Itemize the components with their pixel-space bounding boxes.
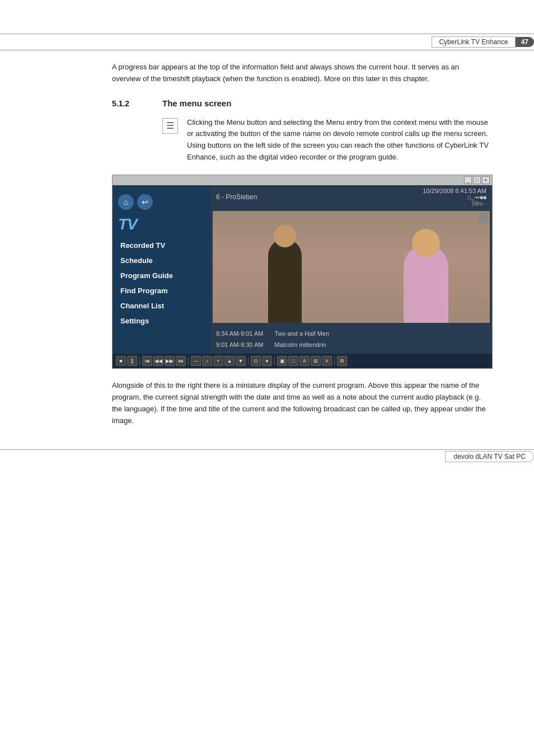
section-number: 5.1.2: [112, 99, 146, 108]
tv-top-info: 6 - ProSieben 10/29/2008 8:41:53 AM □_-▪…: [210, 185, 492, 209]
ctrl-settings[interactable]: ⚙: [337, 356, 347, 366]
menu-item-schedule[interactable]: Schedule: [113, 253, 210, 268]
program-name-2: Malcolm mittendrin: [274, 340, 329, 351]
tv-times: 8:34 AM-9:01 AM 9:01 AM-9:30 AM: [216, 328, 263, 351]
ctrl-square[interactable]: □: [288, 356, 298, 366]
tv-sidebar: ⌂ ↩ TV Recorded TV Schedule Program Guid…: [113, 185, 210, 354]
tv-lang: (deu -: [423, 200, 486, 206]
bottom-text: Alongside of this to the right there is …: [112, 380, 489, 426]
section-heading: 5.1.2 The menu screen: [112, 98, 489, 108]
person2-head: [412, 229, 440, 257]
menu-item-find-program[interactable]: Find Program: [113, 283, 210, 298]
ctrl-separator-2: [188, 357, 189, 365]
menu-item-channel-list[interactable]: Channel List: [113, 298, 210, 313]
ctrl-record[interactable]: ●: [262, 356, 272, 366]
tv-logo: TV: [118, 215, 205, 233]
person1-head: [274, 225, 296, 247]
tv-menu-items: Recorded TV Schedule Program Guide Find …: [113, 238, 210, 328]
page-info: CyberLink TV Enhance 47: [432, 36, 534, 48]
tv-sidebar-header: ⌂ ↩: [113, 191, 210, 213]
menu-item-settings[interactable]: Settings: [113, 313, 210, 328]
ctrl-separator-1: [139, 357, 140, 365]
tv-content: 6 - ProSieben 10/29/2008 8:41:53 AM □_-▪…: [210, 185, 492, 354]
tv-titlebar: _ □ ×: [113, 175, 492, 185]
ctrl-separator-5: [334, 357, 335, 365]
tv-screenshot: _ □ × ⌂ ↩ TV Recorded TV: [112, 175, 489, 369]
section-description: Clicking the Menu button and selecting t…: [187, 117, 489, 163]
program-time-2: 9:01 AM-9:30 AM: [216, 340, 263, 351]
ctrl-tv[interactable]: ▣: [277, 356, 287, 366]
ctrl-pause[interactable]: ‖: [127, 356, 137, 366]
close-button[interactable]: ×: [482, 176, 490, 184]
tv-app-window: _ □ × ⌂ ↩ TV Recorded TV: [112, 175, 493, 369]
tv-main: ⌂ ↩ TV Recorded TV Schedule Program Guid…: [113, 185, 492, 354]
ctrl-list[interactable]: ≡: [322, 356, 332, 366]
ctrl-separator-4: [274, 357, 275, 365]
person1-silhouette: [268, 239, 302, 323]
restore-button[interactable]: □: [473, 176, 481, 184]
ctrl-prev[interactable]: ⏮: [142, 356, 152, 366]
ctrl-minus[interactable]: —: [191, 356, 201, 366]
intro-text: A progress bar appears at the top of the…: [112, 62, 489, 85]
ctrl-stop[interactable]: ■: [116, 356, 126, 366]
footer-info: devolo dLAN TV Sat PC: [445, 452, 534, 461]
ctrl-record-circle[interactable]: ⊙: [251, 356, 261, 366]
header-bar: CyberLink TV Enhance 47: [0, 34, 534, 50]
minimize-button[interactable]: _: [464, 176, 472, 184]
tv-program-info: 8:34 AM-9:01 AM 9:01 AM-9:30 AM Two and …: [210, 325, 492, 354]
tv-signal: □_-▪▪■■: [423, 194, 486, 200]
footer-bar: devolo dLAN TV Sat PC: [0, 449, 534, 463]
tv-home-button[interactable]: ⌂: [118, 194, 134, 210]
ctrl-fastforward[interactable]: ▶▶: [165, 356, 175, 366]
ctrl-separator-3: [248, 357, 249, 365]
menu-item-recorded-tv[interactable]: Recorded TV: [113, 238, 210, 253]
tv-datetime: 10/29/2008 8:41:53 AM: [423, 187, 486, 194]
tv-scene: [213, 211, 490, 323]
tv-program-details: Two and a Half Men Malcolm mittendrin: [274, 328, 329, 351]
footer-product-name: devolo dLAN TV Sat PC: [445, 451, 534, 462]
tv-channel: 6 - ProSieben: [216, 193, 257, 201]
tv-video-area: [213, 211, 490, 323]
program-name-1: Two and a Half Men: [274, 328, 329, 340]
tv-back-button[interactable]: ↩: [137, 194, 153, 210]
ctrl-down[interactable]: ▼: [236, 356, 246, 366]
ctrl-plus[interactable]: +: [213, 356, 223, 366]
app-name: CyberLink TV Enhance: [432, 36, 515, 48]
page-number: 47: [516, 37, 534, 47]
menu-item-program-guide[interactable]: Program Guide: [113, 268, 210, 283]
ctrl-volume[interactable]: ♪: [202, 356, 212, 366]
icon-block: ☰ Clicking the Menu button and selecting…: [162, 117, 489, 163]
program-time-1: 8:34 AM-9:01 AM: [216, 328, 263, 340]
ctrl-grid[interactable]: ⊞: [311, 356, 321, 366]
ctrl-rewind[interactable]: ◀◀: [153, 356, 163, 366]
ctrl-next[interactable]: ⏭: [176, 356, 186, 366]
tv-controls: ■ ‖ ⏮ ◀◀ ▶▶ ⏭ — ♪ + ▲ ▼ ⊙ ●: [113, 354, 492, 368]
ctrl-up[interactable]: ▲: [224, 356, 235, 366]
section-title: The menu screen: [162, 98, 231, 108]
person2-silhouette: [404, 245, 448, 323]
menu-icon: ☰: [162, 118, 178, 134]
ctrl-a[interactable]: A: [299, 356, 310, 366]
